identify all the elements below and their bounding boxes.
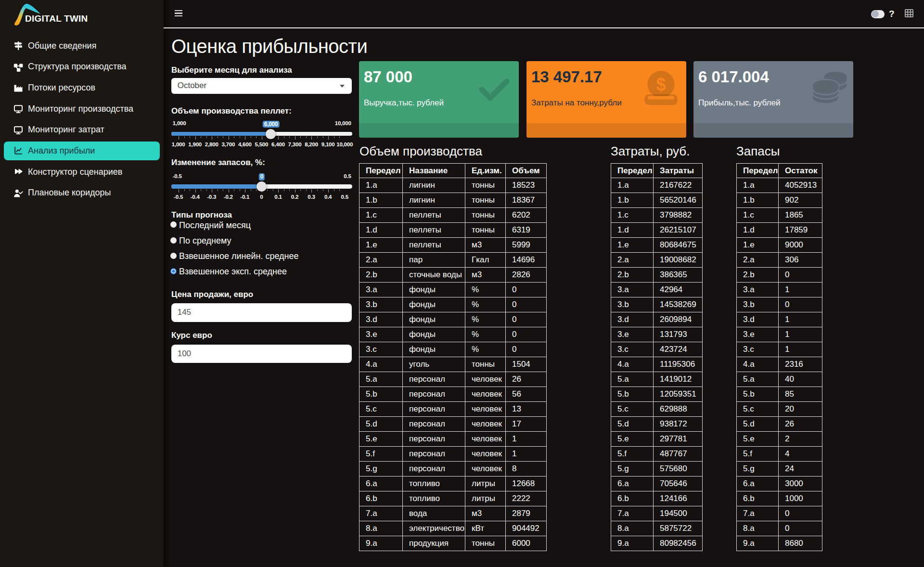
svg-text:$: $ (656, 75, 666, 94)
